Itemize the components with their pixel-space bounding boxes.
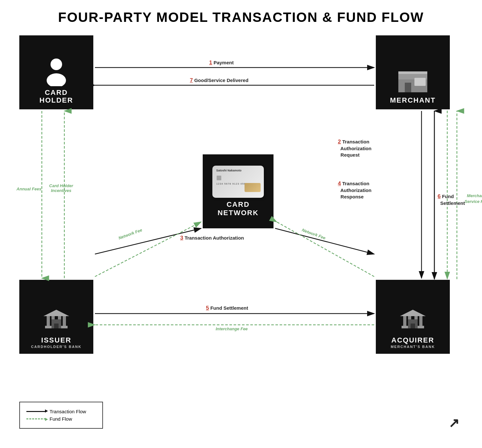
step1-label: 1 Payment [209, 59, 234, 66]
card-network-label: CARDNETWORK [218, 200, 259, 217]
issuer-icon [42, 308, 71, 334]
card-name: Satoshi Nakamoto [216, 169, 260, 172]
acquirer-icon [398, 308, 427, 334]
fund-flow-label: Fund Flow [50, 416, 72, 422]
cardholder-label: CARDHOLDER [40, 89, 73, 104]
interchange-fee-label: Interchange Fee [199, 326, 264, 331]
legend-fund-flow: Fund Flow [26, 416, 96, 422]
step7-label: 7 Good/Service Delivered [190, 77, 248, 84]
step3-cn-acquirer-arrow [275, 228, 374, 254]
legend-transaction-flow: Transaction Flow [26, 409, 96, 414]
svg-rect-14 [54, 324, 59, 328]
network-fee-left-arrow [95, 222, 201, 277]
transaction-flow-label: Transaction Flow [50, 409, 86, 414]
watermark: ↗ [449, 416, 459, 430]
step2-label: 2 Transaction Authorization Request [338, 138, 371, 158]
svg-marker-15 [400, 310, 426, 316]
step4-label: 4 Transaction Authorization Response [338, 180, 371, 200]
step3-label: 3 Transaction Authorization [180, 235, 244, 241]
svg-rect-22 [411, 324, 415, 328]
cardholder-icon [43, 57, 69, 86]
merchant-service-fee-label: MerchantService Fee [460, 193, 482, 205]
card-network-box: Satoshi Nakamoto ▦ 1234 5678 9123 4567 C… [203, 154, 273, 228]
merchant-icon [397, 67, 429, 94]
cardholder-box: CARDHOLDER [19, 35, 93, 109]
card-chip: ▦ [216, 174, 260, 181]
acquirer-sublabel: MERCHANT'S BANK [391, 345, 435, 349]
svg-rect-16 [403, 316, 406, 326]
network-fee-right-label: Network Fee [296, 226, 331, 242]
transaction-flow-line [26, 411, 46, 412]
acquirer-label: ACQUIRER [391, 336, 434, 344]
network-fee-right-arrow [277, 222, 374, 277]
issuer-label: ISSUER [41, 336, 71, 344]
acquirer-box: ACQUIRER MERCHANT'S BANK [376, 280, 450, 354]
svg-rect-8 [47, 316, 50, 326]
svg-point-1 [47, 73, 66, 86]
svg-rect-4 [414, 78, 426, 86]
svg-rect-6 [398, 71, 427, 74]
annual-fees-label: Annual Fees [16, 187, 42, 191]
step3-issuer-cn-arrow [95, 228, 201, 254]
merchant-label: MERCHANT [390, 96, 436, 104]
merchant-box: MERCHANT [376, 35, 450, 109]
page-title: FOUR-PARTY MODEL TRANSACTION & FUND FLOW [19, 10, 463, 25]
svg-marker-7 [43, 310, 69, 316]
issuer-box: ISSUER CARDHOLDER'S BANK [19, 280, 93, 354]
network-fee-left-label: Network Fee [113, 226, 148, 242]
incentives-label: Card HolderIncentives [45, 183, 77, 193]
issuer-sublabel: CARDHOLDER'S BANK [31, 345, 81, 349]
legend: Transaction Flow Fund Flow [19, 402, 103, 429]
fund-flow-line [26, 418, 46, 419]
svg-rect-19 [419, 316, 422, 326]
credit-card: Satoshi Nakamoto ▦ 1234 5678 9123 4567 [212, 166, 264, 198]
step5-label: 5 Fund Settlement [206, 305, 248, 311]
svg-rect-5 [405, 83, 411, 92]
svg-point-0 [51, 59, 62, 70]
svg-rect-11 [63, 316, 66, 326]
